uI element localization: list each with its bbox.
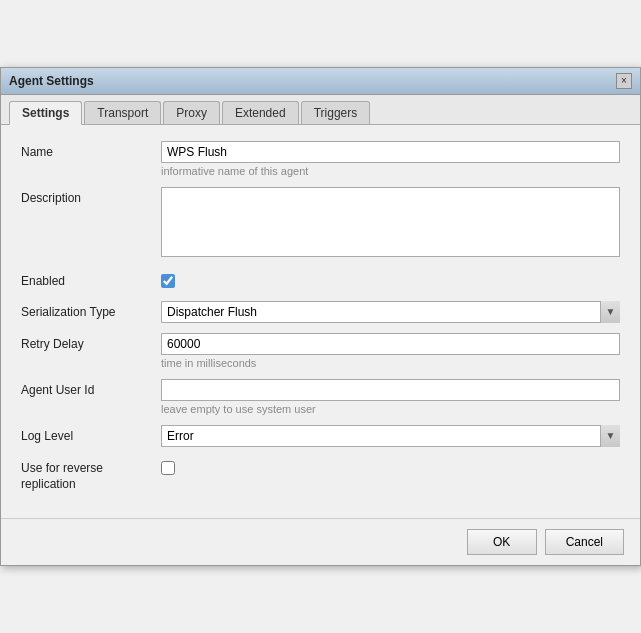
agent-user-id-field: leave empty to use system user xyxy=(161,379,620,415)
log-level-field: Error Warn Info Debug ▼ xyxy=(161,425,620,447)
reverse-replication-checkbox[interactable] xyxy=(161,461,175,475)
serialization-type-select[interactable]: Dispatcher Flush Standard Custom xyxy=(161,301,620,323)
log-level-label: Log Level xyxy=(21,425,161,443)
settings-content: Name informative name of this agent Desc… xyxy=(1,125,640,518)
description-field xyxy=(161,187,620,260)
tab-transport[interactable]: Transport xyxy=(84,101,161,124)
retry-delay-label: Retry Delay xyxy=(21,333,161,351)
description-input[interactable] xyxy=(161,187,620,257)
name-row: Name informative name of this agent xyxy=(21,141,620,177)
serialization-type-wrapper: Dispatcher Flush Standard Custom ▼ xyxy=(161,301,620,323)
tab-proxy[interactable]: Proxy xyxy=(163,101,220,124)
name-input[interactable] xyxy=(161,141,620,163)
dialog-title: Agent Settings xyxy=(9,74,94,88)
retry-delay-hint: time in milliseconds xyxy=(161,357,620,369)
tab-extended[interactable]: Extended xyxy=(222,101,299,124)
description-label: Description xyxy=(21,187,161,205)
log-level-select[interactable]: Error Warn Info Debug xyxy=(161,425,620,447)
description-row: Description xyxy=(21,187,620,260)
enabled-row: Enabled xyxy=(21,270,620,291)
retry-delay-field: time in milliseconds xyxy=(161,333,620,369)
agent-settings-dialog: Agent Settings × Settings Transport Prox… xyxy=(0,67,641,566)
name-hint: informative name of this agent xyxy=(161,165,620,177)
dialog-footer: OK Cancel xyxy=(1,518,640,565)
cancel-button[interactable]: Cancel xyxy=(545,529,624,555)
name-label: Name xyxy=(21,141,161,159)
reverse-replication-row: Use for reverse replication xyxy=(21,457,620,492)
agent-user-id-row: Agent User Id leave empty to use system … xyxy=(21,379,620,415)
serialization-type-field: Dispatcher Flush Standard Custom ▼ xyxy=(161,301,620,323)
log-level-row: Log Level Error Warn Info Debug ▼ xyxy=(21,425,620,447)
dialog-titlebar: Agent Settings × xyxy=(1,68,640,95)
enabled-checkbox[interactable] xyxy=(161,274,175,288)
retry-delay-row: Retry Delay time in milliseconds xyxy=(21,333,620,369)
retry-delay-input[interactable] xyxy=(161,333,620,355)
serialization-type-label: Serialization Type xyxy=(21,301,161,319)
log-level-wrapper: Error Warn Info Debug ▼ xyxy=(161,425,620,447)
enabled-field xyxy=(161,270,620,291)
agent-user-id-hint: leave empty to use system user xyxy=(161,403,620,415)
reverse-replication-label: Use for reverse replication xyxy=(21,457,161,492)
enabled-label: Enabled xyxy=(21,270,161,288)
tab-bar: Settings Transport Proxy Extended Trigge… xyxy=(1,95,640,125)
tab-settings[interactable]: Settings xyxy=(9,101,82,125)
agent-user-id-input[interactable] xyxy=(161,379,620,401)
ok-button[interactable]: OK xyxy=(467,529,537,555)
close-button[interactable]: × xyxy=(616,73,632,89)
tab-triggers[interactable]: Triggers xyxy=(301,101,371,124)
reverse-replication-field xyxy=(161,457,620,478)
name-field: informative name of this agent xyxy=(161,141,620,177)
serialization-type-row: Serialization Type Dispatcher Flush Stan… xyxy=(21,301,620,323)
agent-user-id-label: Agent User Id xyxy=(21,379,161,397)
